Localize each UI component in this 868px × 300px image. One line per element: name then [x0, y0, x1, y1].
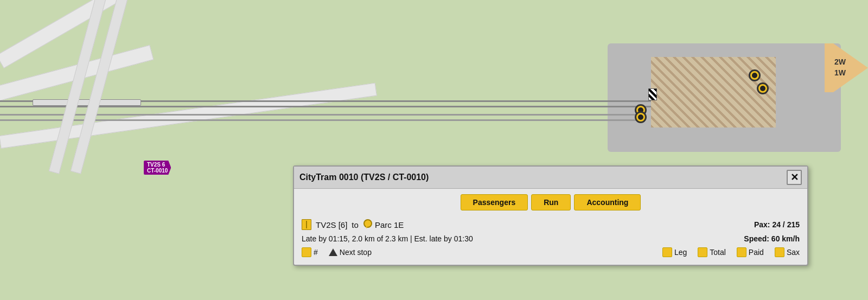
- paid-box: [737, 247, 746, 257]
- tab-accounting[interactable]: Accounting: [574, 194, 641, 210]
- legend-total: Total: [698, 247, 726, 257]
- total-box: [698, 247, 707, 257]
- track-4: [0, 119, 640, 121]
- legend-hash: #: [302, 247, 318, 257]
- leg-box: [662, 247, 672, 257]
- tram-vehicle-label: TV2S 6 CT-0010: [144, 161, 171, 175]
- hash-label: #: [314, 248, 318, 257]
- route-pax-row: TV2S [6] to Parc 1E Pax: 24 / 215: [302, 219, 800, 230]
- pin-icon: [363, 219, 371, 230]
- pax-count: Pax: 24 / 215: [754, 220, 800, 229]
- vehicle-info-panel: CityTram 0010 (TV2S / CT-0010) ✕ Passeng…: [293, 165, 808, 266]
- nextstop-triangle-icon: [329, 248, 337, 256]
- leg-label: Leg: [674, 248, 687, 257]
- tab-run[interactable]: Run: [531, 194, 571, 210]
- to-stop-text: Parc 1E: [375, 220, 404, 229]
- from-stop-text: TV2S [6]: [316, 220, 347, 229]
- route-info: TV2S [6] to Parc 1E: [302, 219, 404, 230]
- close-button[interactable]: ✕: [787, 170, 802, 185]
- signal-flag: [648, 88, 657, 100]
- sax-label: Sax: [787, 248, 800, 257]
- signal-2: [635, 111, 647, 123]
- signal-3: [749, 69, 761, 81]
- late-text: Late by 01:15, 2.0 km of 2.3 km | Est. l…: [302, 234, 473, 243]
- road-3: [0, 83, 377, 149]
- direction-arrow: 2W 1W: [825, 43, 868, 92]
- legend-paid: Paid: [737, 247, 764, 257]
- signal-4: [757, 82, 769, 94]
- tab-passengers[interactable]: Passengers: [461, 194, 528, 210]
- paid-label: Paid: [749, 248, 764, 257]
- hash-box: [302, 247, 311, 257]
- legend-nextstop: Next stop: [329, 248, 372, 257]
- sax-box: [775, 247, 784, 257]
- nextstop-label: Next stop: [340, 248, 372, 257]
- speed-text: Speed: 60 km/h: [744, 234, 800, 243]
- total-label: Total: [710, 248, 726, 257]
- panel-title: CityTram 0010 (TV2S / CT-0010): [299, 173, 429, 182]
- legend-row: # Next stop Leg Total Paid Sax: [302, 247, 800, 257]
- book-icon: [302, 219, 311, 230]
- tram-body: [33, 99, 141, 106]
- panel-titlebar: CityTram 0010 (TV2S / CT-0010) ✕: [294, 167, 807, 189]
- legend-sax: Sax: [775, 247, 800, 257]
- tab-row: Passengers Run Accounting: [294, 189, 807, 215]
- legend-leg: Leg: [662, 247, 687, 257]
- panel-content: TV2S [6] to Parc 1E Pax: 24 / 215 Late b…: [294, 215, 807, 265]
- to-label: to: [352, 220, 359, 229]
- track-switch-area: [651, 57, 776, 127]
- status-row: Late by 01:15, 2.0 km of 2.3 km | Est. l…: [302, 234, 800, 243]
